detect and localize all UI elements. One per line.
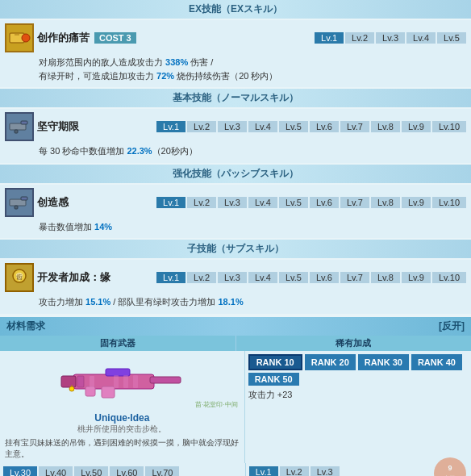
- weapon-desc: 挂有宝贝妹妹送的吊饰，遇到困难的时候摸一摸，脑中就会浮现好主意。: [3, 437, 241, 460]
- basic-lv-tab-6[interactable]: Lv.6: [310, 121, 339, 132]
- sub-lv-tab-8[interactable]: Lv.8: [371, 272, 400, 283]
- back-btn[interactable]: [反开]: [439, 319, 465, 333]
- sub-section: 子技能（サブスキル） 齿 开发者加成：缘 Lv.1 Lv.2 Lv.3 Lv.4…: [0, 240, 471, 314]
- lv-tab-50[interactable]: Lv.50: [74, 466, 108, 477]
- rank-btn-30[interactable]: RANK 30: [358, 354, 409, 370]
- basic-skill-name: 坚守期限: [37, 119, 79, 134]
- svg-rect-14: [102, 386, 115, 398]
- basic-lv-tab-5[interactable]: Lv.5: [279, 121, 308, 132]
- rank-column: RANK 10 RANK 20 RANK 30 RANK 40 RANK 50 …: [245, 351, 471, 463]
- passive-header: 强化技能（パッシブスキル）: [0, 165, 471, 183]
- weapon-image: [57, 358, 186, 407]
- svg-rect-13: [61, 376, 76, 387]
- basic-skill-desc: 每 30 秒命中数值增加 22.3%（20秒内）: [5, 143, 466, 160]
- basic-lv-tab-7[interactable]: Lv.7: [340, 121, 369, 132]
- passive-lv-tab-10[interactable]: Lv.10: [432, 197, 466, 208]
- passive-skill-desc: 暴击数值增加 14%: [5, 219, 466, 236]
- ex-lv-tabs: Lv.1 Lv.2 Lv.3 Lv.4 Lv.5: [315, 32, 466, 44]
- right-lv-tab-2[interactable]: Lv.2: [280, 466, 309, 477]
- rank-buttons: RANK 10 RANK 20 RANK 30 RANK 40 RANK 50: [248, 354, 468, 386]
- right-lv-tab-3[interactable]: Lv.3: [311, 466, 340, 477]
- lv-tab-60[interactable]: Lv.60: [110, 466, 144, 477]
- rank-btn-20[interactable]: RANK 20: [305, 354, 356, 370]
- sub-skill-desc: 攻击力增加 15.1% / 部队里有绿时攻击力增加 18.1%: [5, 294, 466, 311]
- ex-lv-tab-1[interactable]: Lv.1: [315, 32, 344, 44]
- sub-lv-tabs: Lv.1 Lv.2 Lv.3 Lv.4 Lv.5 Lv.6 Lv.7 Lv.8 …: [156, 272, 466, 283]
- basic-lv-tab-1[interactable]: Lv.1: [156, 121, 185, 132]
- materials-header: 材料需求 [反开]: [0, 317, 471, 336]
- basic-skill-icon: [5, 112, 34, 141]
- passive-lv-tab-6[interactable]: Lv.6: [310, 197, 339, 208]
- svg-rect-21: [114, 375, 119, 388]
- svg-text:齿: 齿: [16, 273, 23, 281]
- right-lv-tab-1[interactable]: Lv.1: [249, 466, 278, 477]
- svg-rect-12: [150, 377, 181, 383]
- basic-lv-tab-8[interactable]: Lv.8: [371, 121, 400, 132]
- basic-lv-tab-9[interactable]: Lv.9: [402, 121, 431, 132]
- lv-tab-30[interactable]: Lv.30: [3, 466, 37, 477]
- sub-lv-tab-4[interactable]: Lv.4: [248, 272, 277, 283]
- sub-skill-name: 开发者加成：缘: [37, 270, 110, 285]
- rank-desc: 攻击力 +23: [248, 389, 468, 401]
- ex-lv-tab-2[interactable]: Lv.2: [345, 32, 374, 44]
- passive-lv-tab-3[interactable]: Lv.3: [218, 197, 247, 208]
- svg-point-1: [22, 34, 30, 42]
- watermark: 苗·花堂印·中间: [195, 400, 237, 409]
- ex-skill-desc: 对扇形范围内的敌人造成攻击力 338% 伤害 / 有绿开时，可造成追加攻击力 7…: [5, 54, 466, 84]
- passive-lv-tabs: Lv.1 Lv.2 Lv.3 Lv.4 Lv.5 Lv.6 Lv.7 Lv.8 …: [156, 197, 466, 208]
- sub-lv-tab-6[interactable]: Lv.6: [310, 272, 339, 283]
- basic-lv-tab-10[interactable]: Lv.10: [432, 121, 466, 132]
- sub-lv-tab-9[interactable]: Lv.9: [402, 272, 431, 283]
- materials-section: 材料需求 [反开] 固有武器 稀有加成: [0, 317, 471, 477]
- materials-body: 苗·花堂印·中间 Unique·Idea 桃井所使用的突击步枪。 挂有宝贝妹妹送…: [0, 351, 471, 463]
- lv-section: Lv.30 Lv.40 Lv.50 Lv.60 Lv.70 攻击力 +305，体…: [0, 463, 245, 477]
- weapon-sub-name: 桃井所使用的突击步枪。: [3, 424, 241, 435]
- svg-rect-5: [15, 130, 18, 133]
- svg-rect-4: [21, 121, 27, 124]
- rank-btn-50[interactable]: RANK 50: [248, 373, 299, 386]
- ex-lv-tab-3[interactable]: Lv.3: [376, 32, 405, 44]
- bottom-section: Lv.30 Lv.40 Lv.50 Lv.60 Lv.70 攻击力 +305，体…: [0, 463, 471, 477]
- sub-lv-tab-7[interactable]: Lv.7: [340, 272, 369, 283]
- passive-lv-tab-4[interactable]: Lv.4: [248, 197, 277, 208]
- sub-lv-tab-1[interactable]: Lv.1: [156, 272, 185, 283]
- ex-header: EX技能（EXスキル）: [0, 0, 471, 19]
- basic-lv-tab-4[interactable]: Lv.4: [248, 121, 277, 132]
- weapon-col-header: 固有武器: [0, 336, 236, 351]
- passive-lv-tab-2[interactable]: Lv.2: [187, 197, 216, 208]
- passive-lv-tab-5[interactable]: Lv.5: [279, 197, 308, 208]
- basic-lv-tabs: Lv.1 Lv.2 Lv.3 Lv.4 Lv.5 Lv.6 Lv.7 Lv.8 …: [156, 121, 466, 132]
- rank-col-header: 稀有加成: [236, 336, 472, 351]
- sub-lv-tab-3[interactable]: Lv.3: [218, 272, 247, 283]
- sub-lv-tab-10[interactable]: Lv.10: [432, 272, 466, 283]
- lv-tab-40[interactable]: Lv.40: [39, 466, 73, 477]
- svg-text:9: 9: [448, 464, 452, 472]
- passive-lv-tab-1[interactable]: Lv.1: [156, 197, 185, 208]
- svg-rect-17: [77, 376, 84, 387]
- weapon-image-area: 苗·花堂印·中间: [3, 354, 241, 411]
- svg-rect-22: [123, 375, 128, 388]
- sub-lv-tab-5[interactable]: Lv.5: [279, 272, 308, 283]
- rank-btn-40[interactable]: RANK 40: [411, 354, 462, 370]
- ex-skill-name: 创作的痛苦: [37, 31, 90, 45]
- ex-lv-tab-5[interactable]: Lv.5: [437, 32, 466, 44]
- sub-lv-tab-2[interactable]: Lv.2: [187, 272, 216, 283]
- lv-tab-70[interactable]: Lv.70: [145, 466, 179, 477]
- basic-lv-tab-3[interactable]: Lv.3: [218, 121, 247, 132]
- sub-skill-icon: 齿: [5, 263, 34, 292]
- basic-lv-tab-2[interactable]: Lv.2: [187, 121, 216, 132]
- passive-lv-tab-9[interactable]: Lv.9: [402, 197, 431, 208]
- passive-lv-tab-8[interactable]: Lv.8: [371, 197, 400, 208]
- materials-columns: 固有武器 稀有加成: [0, 336, 471, 351]
- ex-skill-icon: [5, 23, 34, 52]
- lv-row-bottom: Lv.30 Lv.40 Lv.50 Lv.60 Lv.70: [3, 466, 242, 477]
- right-section: Lv.1 Lv.2 Lv.3 9 九游: [245, 463, 471, 477]
- passive-lv-tab-7[interactable]: Lv.7: [340, 197, 369, 208]
- ex-lv-tab-4[interactable]: Lv.4: [406, 32, 436, 44]
- rank-btn-10[interactable]: RANK 10: [248, 354, 302, 370]
- svg-rect-18: [90, 376, 94, 387]
- passive-skill-name: 创造感: [37, 195, 69, 210]
- ex-cost-badge: COST 3: [94, 32, 136, 44]
- svg-rect-8: [15, 206, 18, 209]
- passive-section: 强化技能（パッシブスキル） 创造感 Lv.1 Lv.2 Lv.3 Lv.4 Lv…: [0, 165, 471, 239]
